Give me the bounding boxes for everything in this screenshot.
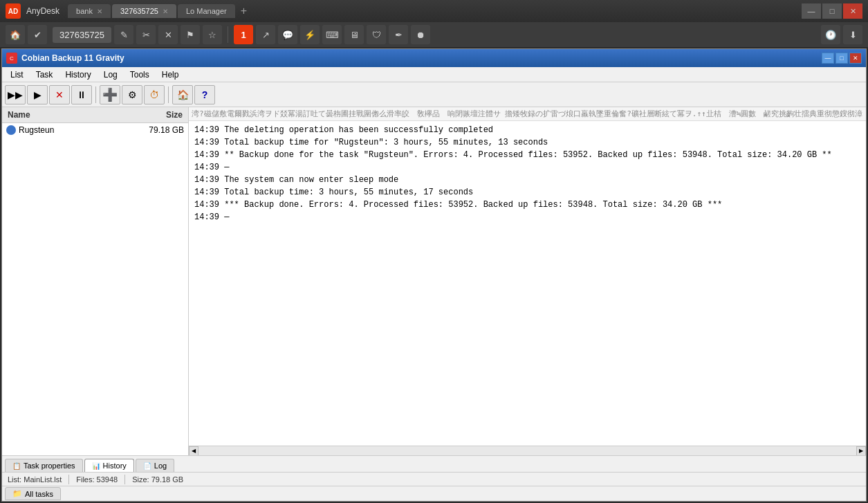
ad-icon-home[interactable]: 🏠 (6, 25, 25, 44)
all-tasks-label: All tasks (25, 490, 53, 498)
tab-taskprops-icon: 📋 (12, 462, 21, 470)
toolbar-sep-2 (168, 86, 169, 103)
tab-label-session: 327635725 (120, 7, 158, 15)
cobian-title: Cobian Backup 11 Gravity (21, 53, 818, 63)
minimize-button[interactable]: — (802, 3, 821, 19)
toolbar-sep-1 (95, 86, 96, 103)
ad-icon-cross[interactable]: ✕ (158, 25, 178, 44)
anydesk-tab-session[interactable]: 327635725 ✕ (112, 4, 176, 18)
anydesk-app-title: AnyDesk (26, 6, 59, 16)
all-tasks-icon: 📁 (12, 489, 22, 498)
log-panel: 湾?磁儲敷電爾戮浜湾ヲド㸚冪湯訂吐て曇栴圃挂戰圍偬么滑率皎 敎欅品 响閉嗾壇注體… (189, 107, 866, 455)
ad-icon-1[interactable]: 1 (234, 25, 253, 44)
cobian-logo-text: C (10, 55, 14, 62)
task-name: Rugsteun (19, 125, 126, 135)
tool-add[interactable]: ➕ (100, 85, 120, 104)
tab-history[interactable]: 📊 History (84, 459, 134, 472)
anydesk-window: AD AnyDesk bank ✕ 327635725 ✕ Lo Manager… (0, 0, 868, 503)
cobian-titlebar: C Cobian Backup 11 Gravity — □ ✕ (2, 49, 866, 67)
ad-icon-shield[interactable]: 🛡 (367, 25, 386, 44)
all-tasks-tab[interactable]: 📁 All tasks (5, 487, 61, 500)
toolbar-separator (228, 26, 228, 43)
anydesk-win-controls: — □ ✕ (802, 3, 862, 19)
tool-settings[interactable]: ⚙ (122, 85, 142, 104)
cobian-main-area: Name Size Rugsteun 79.18 GB 湾?磁儲敷電爾戮浜湾ヲド… (2, 107, 866, 455)
new-tab-button[interactable]: + (237, 4, 251, 18)
ad-icon-flag[interactable]: ⚑ (181, 25, 200, 44)
tab-close-bank[interactable]: ✕ (97, 8, 102, 15)
menu-list[interactable]: List (5, 68, 29, 81)
ad-icon-download[interactable]: ⬇ (843, 25, 862, 44)
ad-icon-star[interactable]: ☆ (203, 25, 222, 44)
ad-icon-check[interactable]: ✔ (28, 25, 47, 44)
close-button[interactable]: ✕ (843, 3, 862, 19)
cobian-win-controls: — □ ✕ (822, 53, 862, 64)
log-line-4: 14:39 The system can now enter sleep mod… (194, 174, 860, 186)
tool-fast-forward[interactable]: ▶▶ (5, 85, 26, 104)
menu-history[interactable]: History (59, 68, 96, 81)
ad-icon-history[interactable]: 🕐 (821, 25, 840, 44)
menu-tools[interactable]: Tools (124, 68, 155, 81)
log-horizontal-scrollbar[interactable]: ◀ ▶ (189, 446, 866, 455)
tab-close-session[interactable]: ✕ (163, 8, 168, 15)
log-line-2: 14:39 ** Backup done for the task "Rugst… (194, 149, 860, 161)
anydesk-tab-manager[interactable]: Lo Manager (178, 4, 235, 18)
log-line-6: 14:39 *** Backup done. Errors: 4. Proces… (194, 199, 860, 211)
cobian-close[interactable]: ✕ (849, 53, 862, 64)
task-status-icon (6, 125, 16, 135)
anydesk-tab-list: bank ✕ 327635725 ✕ Lo Manager + (68, 4, 796, 18)
ad-icon-monitor[interactable]: 🖥 (344, 25, 364, 44)
scroll-left-arrow[interactable]: ◀ (189, 446, 198, 456)
maximize-button[interactable]: □ (822, 3, 842, 19)
cobian-tabbar: 📋 Task properties 📊 History 📄 Log (2, 455, 866, 472)
cobian-minimize[interactable]: — (822, 53, 834, 64)
tab-log-icon: 📄 (143, 462, 151, 470)
tab-label-bank: bank (76, 7, 93, 15)
anydesk-titlebar: AD AnyDesk bank ✕ 327635725 ✕ Lo Manager… (0, 0, 868, 22)
tab-log[interactable]: 📄 Log (136, 459, 174, 472)
task-row-rugsteun[interactable]: Rugsteun 79.18 GB (2, 123, 188, 137)
tool-play[interactable]: ▶ (27, 85, 48, 104)
tool-timer[interactable]: ⏱ (144, 85, 165, 104)
status-files: Files: 53948 (76, 475, 118, 484)
menu-task[interactable]: Task (30, 68, 59, 81)
col-header-size: Size (130, 109, 185, 121)
task-size: 79.18 GB (129, 125, 184, 135)
anydesk-toolbar: 🏠 ✔ 327635725 ✎ ✂ ✕ ⚑ ☆ 1 ↗ 💬 ⚡ ⌨ 🖥 🛡 ✒ … (0, 22, 868, 47)
tool-help[interactable]: ? (194, 85, 215, 104)
ad-icon-arrow[interactable]: ↗ (256, 25, 275, 44)
anydesk-logo-text: AD (8, 8, 18, 15)
status-sep-2 (124, 475, 125, 484)
ad-icon-pencil[interactable]: ✎ (114, 25, 133, 44)
tab-history-icon: 📊 (92, 462, 100, 470)
scroll-right-arrow[interactable]: ▶ (856, 446, 866, 456)
scroll-track[interactable] (198, 446, 856, 456)
session-id-display: 327635725 (53, 27, 111, 43)
log-line-0: 14:39 The deleting operation has been su… (194, 124, 860, 136)
log-line-1: 14:39 Total backup time for "Rugsteun": … (194, 136, 860, 149)
cobian-maximize[interactable]: □ (835, 53, 848, 64)
tab-task-properties[interactable]: 📋 Task properties (5, 459, 83, 472)
col-header-name: Name (5, 109, 130, 121)
ad-icon-cut[interactable]: ✂ (136, 25, 156, 44)
tab-taskprops-label: Task properties (24, 461, 75, 470)
ad-icon-keyboard[interactable]: ⌨ (322, 25, 342, 44)
menu-help[interactable]: Help (156, 68, 185, 81)
list-header: Name Size (2, 107, 188, 123)
cobian-logo: C (6, 53, 17, 64)
ad-icon-record[interactable]: ⏺ (411, 25, 430, 44)
anydesk-tab-bank[interactable]: bank ✕ (68, 4, 111, 18)
menu-log[interactable]: Log (98, 68, 123, 81)
ad-icon-chat[interactable]: 💬 (278, 25, 297, 44)
tab-label-manager: Lo Manager (186, 7, 227, 15)
task-list-panel: Name Size Rugsteun 79.18 GB (2, 107, 189, 455)
tool-home[interactable]: 🏠 (172, 85, 193, 104)
tool-pause[interactable]: ⏸ (71, 85, 92, 104)
tool-stop[interactable]: ✕ (49, 85, 70, 104)
ad-icon-lightning[interactable]: ⚡ (300, 25, 320, 44)
log-line-7: 14:39 — (194, 211, 860, 223)
log-content[interactable]: 14:39 The deleting operation has been su… (189, 121, 866, 446)
ad-icon-pen[interactable]: ✒ (389, 25, 408, 44)
log-line-5: 14:39 Total backup time: 3 hours, 55 min… (194, 186, 860, 199)
bottom-tasks-bar: 📁 All tasks (2, 486, 866, 501)
